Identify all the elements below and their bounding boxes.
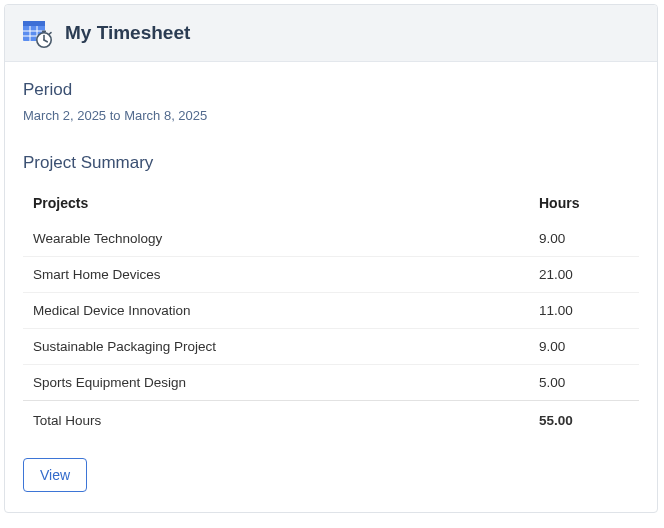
project-name-cell: Wearable Technology [23, 221, 529, 257]
project-name-cell: Sports Equipment Design [23, 365, 529, 401]
table-row: Wearable Technology 9.00 [23, 221, 639, 257]
project-name-cell: Sustainable Packaging Project [23, 329, 529, 365]
hours-cell: 9.00 [529, 329, 639, 365]
column-header-hours: Hours [529, 185, 639, 221]
table-row: Sports Equipment Design 5.00 [23, 365, 639, 401]
total-row: Total Hours 55.00 [23, 401, 639, 441]
hours-cell: 9.00 [529, 221, 639, 257]
view-button[interactable]: View [23, 458, 87, 492]
svg-rect-1 [23, 21, 45, 26]
column-header-projects: Projects [23, 185, 529, 221]
card-title: My Timesheet [65, 22, 190, 44]
period-label: Period [23, 80, 639, 100]
total-hours-cell: 55.00 [529, 401, 639, 441]
project-name-cell: Medical Device Innovation [23, 293, 529, 329]
hours-cell: 5.00 [529, 365, 639, 401]
hours-cell: 21.00 [529, 257, 639, 293]
timesheet-card: My Timesheet Period March 2, 2025 to Mar… [4, 4, 658, 513]
total-label-cell: Total Hours [23, 401, 529, 441]
table-row: Sustainable Packaging Project 9.00 [23, 329, 639, 365]
timesheet-icon [21, 17, 53, 49]
table-row: Smart Home Devices 21.00 [23, 257, 639, 293]
card-header: My Timesheet [5, 5, 657, 62]
period-value: March 2, 2025 to March 8, 2025 [23, 108, 639, 123]
table-row: Medical Device Innovation 11.00 [23, 293, 639, 329]
summary-title: Project Summary [23, 153, 639, 173]
svg-rect-9 [42, 31, 46, 33]
card-body: Period March 2, 2025 to March 8, 2025 Pr… [5, 62, 657, 512]
project-summary-table: Projects Hours Wearable Technology 9.00 … [23, 185, 639, 440]
project-name-cell: Smart Home Devices [23, 257, 529, 293]
hours-cell: 11.00 [529, 293, 639, 329]
svg-line-10 [49, 33, 51, 34]
